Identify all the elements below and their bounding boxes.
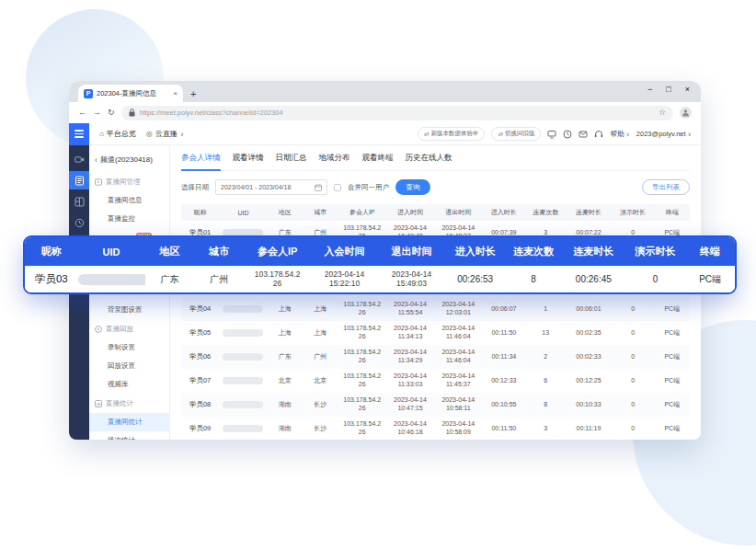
- sidebar-channel-back[interactable]: ‹ 频道(20230418): [89, 151, 169, 172]
- uid-redacted-pill: [223, 401, 263, 408]
- sidebar-item-label: 直播监控: [108, 214, 135, 223]
- channel-label: 频道(20230418): [100, 155, 153, 165]
- tabs: 参会人详情观看详情日期汇总地域分布观看终端历史在线人数: [181, 153, 690, 171]
- magnified-row-callout: 昵称UID地区城市参会人IP入会时间退出时间进入时长连麦次数连麦时长演示时长终端…: [23, 235, 737, 294]
- polyv-favicon: P: [84, 89, 93, 98]
- table-cell: 00:11:34: [482, 353, 525, 361]
- url-omnibox[interactable]: https://meet.polyv.net/class?channelId=2…: [121, 106, 673, 120]
- column-header: 地区: [268, 208, 304, 217]
- rail-camera-item[interactable]: [69, 150, 89, 168]
- search-button[interactable]: 查询: [395, 179, 430, 195]
- date-range-input[interactable]: 2023/04/01 - 2023/04/18: [215, 179, 327, 195]
- forward-icon[interactable]: →: [93, 109, 101, 117]
- sidebar-group-3[interactable]: 直播统计: [89, 394, 169, 413]
- callout-column-header: 昵称: [25, 245, 78, 258]
- sidebar-item[interactable]: 直播监控: [89, 210, 169, 228]
- account-menu[interactable]: 2023@polyv.net ∨: [636, 130, 692, 138]
- sidebar-item[interactable]: 直播间统计: [89, 413, 169, 431]
- table-cell: 0: [612, 305, 655, 314]
- window-controls: − □ ×: [647, 85, 690, 94]
- tab-3[interactable]: 日期汇总: [276, 153, 307, 170]
- date-range-value: 2023/04/01 - 2023/04/18: [221, 184, 311, 190]
- message-icon[interactable]: [578, 130, 588, 139]
- table-cell: 学员08: [181, 400, 219, 408]
- callout-cell: 广东: [145, 274, 195, 284]
- browser-tab[interactable]: P 202304-直播间信息 ×: [78, 85, 183, 102]
- chevron-down-icon: ∨: [625, 131, 629, 137]
- rail-clock-item[interactable]: [69, 213, 89, 232]
- table-cell: 103.178.54.2 26: [338, 372, 386, 389]
- callout-column-header: 入会时间: [311, 245, 378, 258]
- sidebar-group-1[interactable]: 直播间管理: [89, 172, 169, 191]
- uid-redacted-pill: [78, 274, 145, 285]
- sidebar-group-2[interactable]: 直播回放: [89, 319, 169, 338]
- rail-layout-item[interactable]: [69, 192, 89, 211]
- sidebar-group-label: 直播间管理: [106, 178, 141, 187]
- nav-cloud-live[interactable]: ◎ 云直播 ∨: [146, 129, 184, 139]
- sidebar-item[interactable]: 背景图设置: [89, 301, 169, 319]
- sidebar-item[interactable]: 场次统计: [89, 431, 169, 440]
- table-cell: 湖南: [268, 425, 304, 433]
- history-clock-icon[interactable]: [563, 130, 572, 139]
- tab-6[interactable]: 历史在线人数: [406, 153, 452, 170]
- sidebar-item[interactable]: 视频库: [89, 375, 169, 394]
- table-cell: 2023-04-14 11:34:13: [386, 325, 434, 341]
- merge-user-checkbox[interactable]: [334, 184, 341, 191]
- sidebar-item-label: 直播间信息: [108, 196, 143, 204]
- tab-1[interactable]: 参会人详情: [181, 153, 221, 171]
- callout-cell: 广州: [194, 274, 244, 284]
- table-header-row: 昵称UID地区城市参会人IP进入时间退出时间进入时长连麦次数连麦时长演示时长终端: [181, 204, 690, 221]
- callout-cell: PC端: [685, 274, 735, 284]
- hamburger-menu-icon[interactable]: [69, 123, 89, 145]
- table-cell: 2023-04-14 10:47:15: [386, 396, 434, 413]
- column-header: 进入时间: [386, 208, 434, 217]
- table-cell: 00:11:19: [566, 425, 612, 433]
- tab-5[interactable]: 观看终端: [362, 153, 394, 170]
- browser-profile-avatar[interactable]: [680, 107, 692, 119]
- new-version-pill[interactable]: ⇄ 新版本数据体验中: [418, 127, 485, 141]
- refresh-icon[interactable]: ↻: [108, 109, 115, 117]
- table-cell: 2: [525, 353, 566, 361]
- sidebar-item-label: 回放设置: [108, 361, 135, 370]
- maximize-icon[interactable]: □: [666, 85, 670, 94]
- uid-redacted-pill: [223, 305, 263, 313]
- close-icon[interactable]: ×: [685, 85, 690, 94]
- sidebar-group-label: 直播回放: [106, 325, 133, 334]
- new-tab-button[interactable]: +: [190, 89, 196, 99]
- monitor-icon[interactable]: [547, 130, 556, 139]
- stats-icon: [95, 400, 102, 407]
- bookmark-star-icon[interactable]: ☆: [659, 109, 666, 117]
- callout-column-header: 参会人IP: [244, 245, 311, 258]
- header-right-tools: ⇄ 新版本数据体验中 ⇄ 切换回旧版: [418, 127, 701, 141]
- callout-column-header: 退出时间: [378, 245, 445, 258]
- tab-close-icon[interactable]: ×: [173, 90, 178, 97]
- table-cell: 00:12:33: [482, 377, 525, 385]
- export-list-button[interactable]: 导出列表: [642, 179, 690, 195]
- callout-column-header: 连麦次数: [505, 245, 561, 258]
- table-cell: 2023-04-14 11:55:54: [386, 301, 434, 317]
- table-cell: PC端: [655, 425, 691, 433]
- back-icon[interactable]: ←: [78, 109, 86, 117]
- nav-platform-overview[interactable]: ⌂ 平台总览: [99, 129, 136, 139]
- sidebar-item[interactable]: 回放设置: [89, 357, 169, 375]
- sidebar-item[interactable]: 录制设置: [89, 338, 169, 357]
- rail-list-item-active[interactable]: [69, 171, 89, 189]
- chevron-down-icon: ∨: [688, 131, 692, 137]
- tab-4[interactable]: 地域分布: [319, 153, 350, 170]
- sidebar-item[interactable]: 直播间信息: [89, 191, 169, 210]
- headset-service-icon[interactable]: [594, 130, 603, 139]
- new-version-pill-label: 新版本数据体验中: [430, 130, 478, 138]
- callout-column-header: 进入时长: [445, 245, 505, 258]
- table-cell: 3: [525, 425, 566, 433]
- sidebar-item-label: 视频库: [108, 380, 129, 388]
- tab-2[interactable]: 观看详情: [233, 153, 264, 170]
- table-cell: 上海: [303, 329, 338, 338]
- help-menu[interactable]: 帮助 ∨: [610, 130, 629, 139]
- table-cell: 广州: [303, 353, 338, 361]
- table-cell: 103.178.54.2 26: [338, 301, 386, 317]
- minimize-icon[interactable]: −: [647, 85, 652, 94]
- callout-header-row: 昵称UID地区城市参会人IP入会时间退出时间进入时长连麦次数连麦时长演示时长终端: [25, 237, 735, 266]
- switch-old-version-pill[interactable]: ⇄ 切换回旧版: [491, 127, 541, 141]
- column-header: 进入时长: [482, 208, 525, 217]
- table-cell: 00:10:33: [566, 401, 612, 409]
